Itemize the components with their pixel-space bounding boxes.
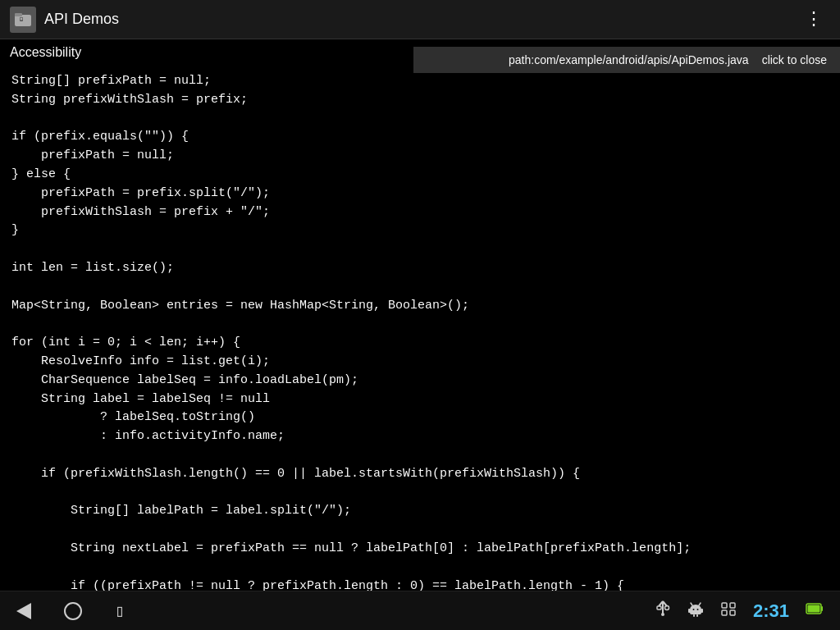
grid-icon [720,600,737,622]
svg-point-3 [21,17,23,20]
grid-symbol-icon [720,600,737,618]
svg-point-13 [696,609,698,610]
battery-icon [806,600,824,622]
svg-rect-26 [808,605,820,613]
path-text: path:com/example/android/apis/ApiDemos.j… [509,53,749,66]
nav-left: ▯ [16,600,125,621]
recent-apps-button[interactable]: ▯ [115,600,125,621]
nav-right: 2:31 [655,600,824,623]
svg-point-8 [664,605,669,609]
svg-rect-23 [730,610,735,615]
svg-rect-21 [730,603,735,608]
svg-point-9 [661,613,664,616]
app-icon [10,7,36,33]
path-bar: path:com/example/android/apis/ApiDemos.j… [413,47,840,73]
home-circle-icon [64,602,82,620]
app-bar: API Demos ⋮ [0,0,840,39]
android-icon [687,600,704,622]
recent-apps-icon: ▯ [115,600,125,621]
back-button[interactable] [16,603,31,619]
svg-rect-11 [690,609,701,614]
android-symbol-icon [687,600,704,618]
battery-symbol-icon [806,600,824,618]
svg-rect-22 [722,610,727,615]
code-area: String[] prefixPath = null; String prefi… [0,66,840,591]
svg-rect-7 [657,606,661,609]
section-label-text: Accessibility [10,45,81,60]
svg-point-12 [692,609,694,610]
code-content: String[] prefixPath = null; String prefi… [11,72,829,591]
svg-line-14 [691,603,692,605]
home-button[interactable] [64,602,82,620]
clock-display: 2:31 [753,600,789,622]
svg-rect-16 [688,609,691,613]
folder-icon [13,10,33,30]
app-title: API Demos [44,11,798,28]
usb-icon [655,600,671,623]
overflow-menu-icon[interactable]: ⋮ [798,5,830,34]
svg-line-15 [699,603,701,605]
nav-bar: ▯ [0,591,840,630]
svg-rect-19 [696,614,698,617]
svg-rect-17 [701,609,703,613]
svg-rect-1 [15,13,22,16]
usb-symbol-icon [655,600,671,618]
svg-rect-20 [722,603,727,608]
back-arrow-icon [16,603,31,619]
svg-rect-18 [693,614,695,617]
close-button[interactable]: click to close [762,53,827,66]
svg-rect-25 [821,606,823,611]
